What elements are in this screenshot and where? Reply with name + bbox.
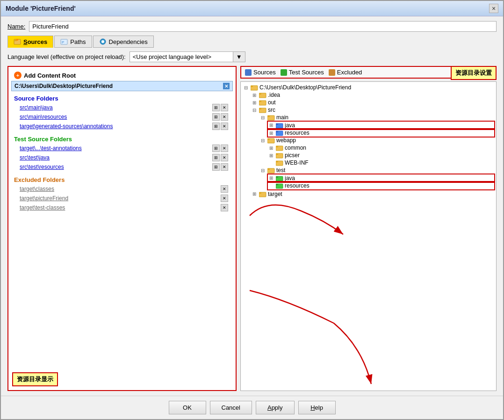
tree-node-root: ⊟ C:\Users\Dulk\Desktop\PictureFriend bbox=[243, 84, 494, 91]
folder-remove-btn[interactable]: ✕ bbox=[221, 145, 228, 152]
folder-icon-resources-test bbox=[276, 182, 283, 189]
tree-node-webinf: WEB-INF bbox=[268, 159, 494, 167]
folder-icons-e1: ✕ bbox=[221, 185, 228, 193]
folder-edit-btn[interactable]: ⊞ bbox=[212, 104, 220, 111]
list-item: target\pictureFriend ✕ bbox=[11, 194, 233, 203]
root-label: C:\Users\Dulk\Desktop\PictureFriend bbox=[259, 84, 351, 91]
expand-webapp[interactable]: ⊟ bbox=[259, 137, 266, 144]
tab-paths-label: Paths bbox=[70, 38, 86, 45]
add-content-root-button[interactable]: + Add Content Root bbox=[11, 70, 233, 81]
folder-remove-btn[interactable]: ✕ bbox=[221, 204, 228, 211]
dialog-title: Module 'PictureFriend' bbox=[6, 5, 76, 12]
test-folder-1: target\...\test-annotations bbox=[20, 145, 82, 152]
source-folder-1: src\main\java bbox=[20, 104, 53, 111]
folder-icon-target bbox=[259, 191, 266, 197]
tree-node-java-test: ⊞ java bbox=[268, 174, 494, 182]
main-content: + Add Content Root C:\Users\Dulk\Desktop… bbox=[7, 66, 497, 391]
dialog-footer: OK Cancel Apply Help bbox=[1, 396, 503, 419]
sources-tab-test[interactable]: Test Sources bbox=[281, 69, 324, 76]
svg-rect-8 bbox=[251, 86, 253, 87]
expand-root[interactable]: ⊟ bbox=[243, 84, 249, 91]
tab-paths[interactable]: P Paths bbox=[54, 36, 92, 48]
test-sources-dot bbox=[281, 69, 287, 76]
list-item: target\test-classes ✕ bbox=[11, 203, 233, 212]
svg-rect-12 bbox=[259, 101, 261, 102]
tree-node-resources-main: ⊞ resources bbox=[268, 129, 494, 137]
src-children: ⊟ main ⊞ bbox=[251, 114, 494, 190]
folder-edit-btn[interactable]: ⊞ bbox=[212, 145, 220, 152]
help-button[interactable]: Help bbox=[298, 401, 336, 414]
paths-tab-icon: P bbox=[60, 38, 68, 45]
target-label: target bbox=[268, 191, 282, 197]
language-level-label: Language level (effective on project rel… bbox=[7, 53, 126, 60]
expand-main[interactable]: ⊟ bbox=[259, 114, 266, 121]
folder-remove-btn[interactable]: ✕ bbox=[221, 123, 228, 130]
expand-picser[interactable]: ⊞ bbox=[268, 152, 274, 159]
tree-node-picser: ⊞ picser bbox=[268, 152, 494, 159]
svg-rect-22 bbox=[267, 138, 270, 140]
expand-java-test[interactable]: ⊞ bbox=[268, 175, 274, 181]
folder-icon-test bbox=[267, 167, 275, 174]
root-path-close[interactable]: ✕ bbox=[223, 83, 230, 89]
resources-test-label: resources bbox=[285, 182, 310, 189]
picser-label: picser bbox=[285, 152, 300, 159]
folder-icons-1: ⊞ ✕ bbox=[212, 104, 228, 111]
folder-remove-btn[interactable]: ✕ bbox=[221, 104, 228, 111]
folder-icon-webapp bbox=[267, 137, 275, 144]
name-input[interactable] bbox=[29, 21, 497, 32]
name-label: Name: bbox=[7, 23, 25, 30]
folder-remove-btn[interactable]: ✕ bbox=[221, 154, 228, 161]
folder-remove-btn[interactable]: ✕ bbox=[221, 195, 228, 202]
cancel-button[interactable]: Cancel bbox=[210, 401, 252, 414]
expand-test[interactable]: ⊟ bbox=[259, 167, 266, 174]
expand-idea[interactable]: ⊞ bbox=[251, 92, 258, 98]
sources-tab-excluded[interactable]: Excluded bbox=[329, 69, 362, 76]
folder-remove-btn[interactable]: ✕ bbox=[221, 185, 228, 193]
svg-rect-16 bbox=[267, 116, 270, 117]
svg-point-6 bbox=[101, 40, 104, 43]
folder-edit-btn[interactable]: ⊞ bbox=[212, 113, 220, 121]
name-row: Name: bbox=[7, 21, 497, 32]
close-button[interactable]: × bbox=[489, 4, 498, 13]
list-item: target\classes ✕ bbox=[11, 184, 233, 194]
folder-icon-common bbox=[276, 145, 283, 151]
expand-out[interactable]: ⊞ bbox=[251, 99, 258, 106]
apply-button[interactable]: Apply bbox=[256, 401, 295, 414]
title-bar: Module 'PictureFriend' × bbox=[1, 1, 503, 16]
excluded-dot bbox=[329, 69, 335, 76]
folder-icons-2: ⊞ ✕ bbox=[212, 113, 228, 121]
folder-edit-btn[interactable]: ⊞ bbox=[212, 123, 220, 130]
folder-edit-btn[interactable]: ⊞ bbox=[212, 163, 220, 171]
tree-node-webapp: ⊟ webapp bbox=[259, 137, 494, 144]
expand-common[interactable]: ⊞ bbox=[268, 145, 274, 151]
list-item: src\test\resources ⊞ ✕ bbox=[11, 162, 233, 172]
folder-remove-btn[interactable]: ✕ bbox=[221, 113, 228, 121]
tab-sources-label: Sources bbox=[23, 38, 47, 45]
language-level-dropdown[interactable]: ▼ bbox=[233, 52, 245, 62]
tab-dependencies[interactable]: Dependencies bbox=[93, 36, 154, 48]
sources-tab-sources[interactable]: Sources bbox=[245, 69, 276, 76]
svg-text:P: P bbox=[62, 40, 64, 44]
tree-node-out: ⊞ out bbox=[251, 99, 494, 106]
expand-target[interactable]: ⊞ bbox=[251, 191, 258, 197]
webapp-children: ⊞ common ⊞ bbox=[259, 144, 494, 167]
expand-resources-main[interactable]: ⊞ bbox=[268, 130, 274, 136]
svg-rect-34 bbox=[276, 184, 278, 185]
module-dialog: Module 'PictureFriend' × Name: Sources bbox=[0, 0, 504, 420]
svg-rect-18 bbox=[276, 123, 278, 125]
expand-src[interactable]: ⊟ bbox=[251, 107, 258, 113]
left-panel: + Add Content Root C:\Users\Dulk\Desktop… bbox=[7, 66, 237, 391]
tab-sources[interactable]: Sources bbox=[7, 36, 53, 48]
folder-icon-resources-main bbox=[276, 130, 283, 136]
folder-icons-t3: ⊞ ✕ bbox=[212, 163, 228, 171]
excluded-folder-1: target\classes bbox=[20, 186, 54, 192]
ok-button[interactable]: OK bbox=[169, 401, 206, 414]
folder-icon-main bbox=[267, 114, 275, 121]
test-label: test bbox=[276, 167, 285, 174]
language-level-input[interactable] bbox=[130, 52, 233, 62]
expand-java-main[interactable]: ⊞ bbox=[268, 122, 274, 129]
java-main-label: java bbox=[285, 122, 295, 129]
folder-remove-btn[interactable]: ✕ bbox=[221, 163, 228, 171]
tree-node-idea: ⊞ .idea bbox=[251, 91, 494, 99]
folder-edit-btn[interactable]: ⊞ bbox=[212, 154, 220, 161]
